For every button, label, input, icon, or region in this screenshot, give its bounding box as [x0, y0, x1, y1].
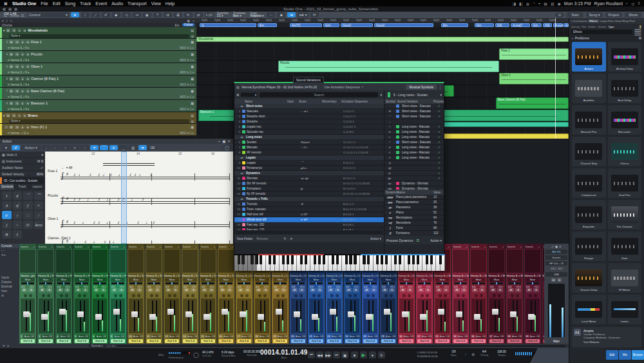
- step-input-button[interactable]: ⬌: [138, 145, 147, 150]
- macro-button-0[interactable]: ⋯: [267, 12, 275, 17]
- note-value-button-4[interactable]: ⁘: [80, 145, 89, 150]
- solo-button[interactable]: S: [497, 288, 503, 292]
- solo-button[interactable]: S: [245, 288, 251, 292]
- record-arm-button[interactable]: [475, 294, 478, 297]
- output-assignment[interactable]: Out 1-0: [526, 339, 540, 343]
- record-arm-button[interactable]: [222, 294, 225, 297]
- symbol-button-I[interactable]: I: [13, 230, 23, 239]
- collapse-icon[interactable]: ⏷: [3, 344, 5, 348]
- fader-section[interactable]: [219, 299, 233, 333]
- piano-black-key[interactable]: [354, 255, 356, 264]
- piano-black-key[interactable]: [336, 255, 339, 264]
- menu-item-edit[interactable]: Edit: [53, 1, 61, 6]
- effect-item-level-meter[interactable]: Level Meter: [572, 295, 606, 324]
- chord-block[interactable]: D/E: [543, 23, 552, 27]
- expand-icon[interactable]: ⏷⏶: [0, 253, 19, 257]
- variation-row[interactable]: 3DetacheC-0 | D 1: [234, 119, 384, 124]
- pan-control[interactable]: [75, 282, 88, 284]
- sends-area[interactable]: [507, 250, 522, 273]
- symbol-button-♭[interactable]: ♭: [13, 211, 23, 219]
- output-assignment[interactable]: Out 1-0: [219, 339, 233, 343]
- automation-mode-button[interactable]: Auto: Off: [314, 335, 323, 338]
- search-icon[interactable]: ⌕: [626, 1, 628, 6]
- fader-handle[interactable]: [240, 311, 246, 317]
- output-assignment[interactable]: Out 1-0: [345, 339, 359, 343]
- channel-output[interactable]: Main: [526, 278, 540, 282]
- mixfx-selector[interactable]: Mix FX: [545, 250, 567, 254]
- status-icon[interactable]: ▥: [551, 1, 554, 6]
- mute-button[interactable]: M: [93, 288, 99, 292]
- setting-quantize[interactable]: Quantize1/1 ▾: [217, 12, 229, 18]
- automation-mode-button[interactable]: Auto: Off: [440, 335, 450, 338]
- sends-area[interactable]: [74, 250, 90, 273]
- dynamics-row[interactable]: ppPianissimo38: [384, 205, 444, 210]
- channel-output[interactable]: Main: [273, 278, 287, 282]
- piano-black-key[interactable]: [408, 255, 410, 264]
- effect-item-compressor[interactable]: Compressor: [572, 168, 606, 198]
- zoom-window-icon[interactable]: [14, 8, 17, 11]
- sort-option-folder[interactable]: Folder: [588, 25, 596, 28]
- editor-pointer-tool[interactable]: ➤: [2, 145, 10, 150]
- symbol-row[interactable]: sff✓: [384, 166, 444, 171]
- fader-handle[interactable]: [258, 314, 264, 320]
- automation-icon[interactable]: ∿: [10, 19, 12, 23]
- sidebar-item-external[interactable]: External: [0, 284, 19, 289]
- editor-track-selector[interactable]: ▦Violin II▾: [0, 152, 45, 158]
- monitor-button[interactable]: ◄: [26, 101, 30, 105]
- dynamics-row[interactable]: fForte89: [384, 226, 444, 231]
- piano-black-key[interactable]: [381, 255, 383, 264]
- channel-output[interactable]: Main: [453, 278, 468, 282]
- fader-handle[interactable]: [222, 309, 228, 315]
- effect-item-analog-delay[interactable]: Analog Delay: [608, 42, 642, 72]
- symbol-button-sf[interactable]: sf: [13, 201, 23, 210]
- variation-row[interactable]: 17Half tone trilltr HTE 0 | D 1: [234, 212, 384, 217]
- dynamics-row[interactable]: mpMezzopiano64: [384, 215, 444, 221]
- channel-output[interactable]: Main: [237, 278, 251, 282]
- instrument-icon[interactable]: ▦: [191, 89, 194, 93]
- tab-track[interactable]: Track: [15, 184, 30, 190]
- close-editor-icon[interactable]: ✕: [227, 139, 231, 143]
- variation-row[interactable]: 14Fp XF tremoloD# 0 | D# 1 | CC20:31: [234, 191, 384, 197]
- symbol-button-ʃ[interactable]: ʃ: [2, 221, 12, 229]
- list-options-button[interactable]: ≡⊕ ▾: [298, 12, 308, 17]
- fader-section[interactable]: [183, 299, 197, 333]
- pan-control[interactable]: [184, 282, 196, 284]
- midi-input-selector[interactable]: MIDI In 1 ▾: [180, 71, 194, 74]
- symbol-button-H[interactable]: H: [2, 230, 12, 239]
- effect-item-dual-pan[interactable]: Dual Pan: [608, 168, 642, 198]
- channel-output[interactable]: Main: [507, 278, 522, 282]
- track-header[interactable]: 10MS●◄Horn (F) 1▦≡ Vienna ..r 11 ▾MIDI I…: [0, 124, 196, 136]
- automation-mode-button[interactable]: Auto: Off: [23, 335, 35, 338]
- add-insert-icon[interactable]: +: [70, 245, 71, 248]
- folder-toggle-icon[interactable]: ▾: [3, 114, 5, 117]
- dynamics-row[interactable]: pPiano51: [384, 210, 444, 215]
- effect-item-autofilter[interactable]: Autofilter: [572, 74, 606, 103]
- monitor-button[interactable]: [227, 294, 231, 297]
- fader-handle[interactable]: [59, 309, 66, 315]
- page-button-show[interactable]: Show: [625, 12, 641, 17]
- solo-button[interactable]: S: [15, 64, 19, 68]
- solo-button[interactable]: S: [137, 288, 142, 292]
- fader-section[interactable]: [147, 299, 161, 333]
- variation-folder-row[interactable]: ▸▾Short notes: [234, 104, 384, 109]
- automation-mode-button[interactable]: Auto: Off: [113, 335, 125, 338]
- pan-control[interactable]: [508, 282, 521, 284]
- maximize-mixer-icon[interactable]: ▣: [555, 245, 558, 248]
- folder-icon[interactable]: ▤: [191, 120, 194, 123]
- output-assignment[interactable]: Out 1-0: [255, 339, 269, 343]
- fader-handle[interactable]: [366, 314, 372, 320]
- record-arm-button[interactable]: [402, 294, 406, 297]
- process-check-icon[interactable]: ✓: [435, 146, 444, 149]
- add-insert-icon[interactable]: +: [178, 245, 179, 248]
- effect-item-expander[interactable]: Expander: [572, 200, 606, 230]
- monitor-button[interactable]: [83, 294, 86, 297]
- process-check-icon[interactable]: ✓: [435, 161, 444, 164]
- mute-button[interactable]: M: [328, 288, 334, 292]
- mute-button[interactable]: M: [111, 288, 117, 292]
- output-assignment[interactable]: Out 1-0: [435, 339, 450, 343]
- solo-button[interactable]: S: [12, 28, 16, 32]
- mute-button[interactable]: M: [147, 288, 153, 292]
- channel-strip[interactable]: Inserts+Vienna S..r 9Main0.0<C>MS8Auto: …: [109, 244, 127, 344]
- sends-area[interactable]: [200, 250, 216, 273]
- master-strip[interactable]: ⤢▣✕Mix FXInsertsHP Out. + R-13.2-19.10dB…: [544, 244, 569, 344]
